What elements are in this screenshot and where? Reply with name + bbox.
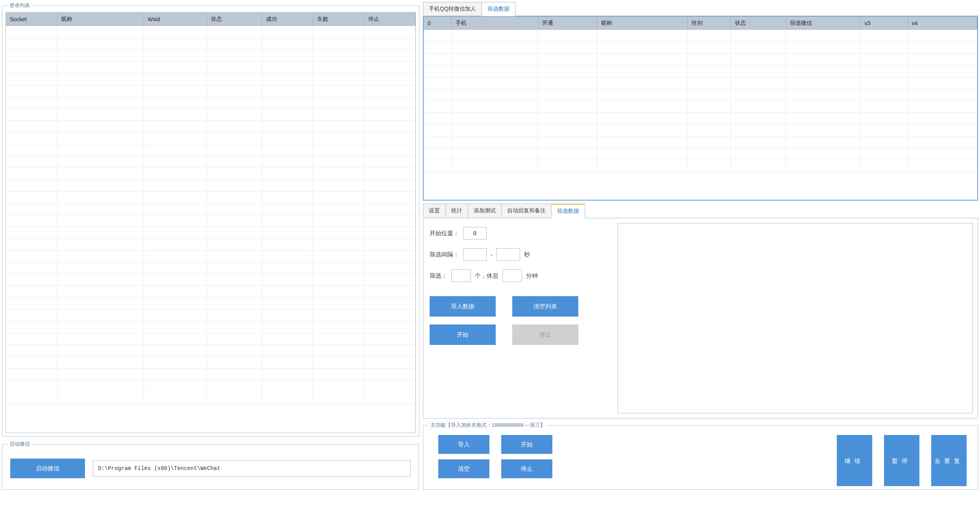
- import-data-button[interactable]: 导入数据: [430, 296, 496, 317]
- launch-wechat-button[interactable]: 启动微信: [10, 459, 85, 478]
- table-row[interactable]: [6, 356, 415, 368]
- table-row[interactable]: [424, 89, 977, 101]
- table-row[interactable]: [6, 156, 415, 168]
- table-row[interactable]: [424, 112, 977, 124]
- col-success[interactable]: 成功: [262, 13, 313, 26]
- login-table-container: Socket 昵称 Wxid 状态 成功 失败 停止: [6, 12, 416, 433]
- start-pos-input[interactable]: [463, 227, 487, 240]
- table-row[interactable]: [6, 203, 415, 215]
- table-row[interactable]: [6, 97, 415, 109]
- data-table[interactable]: 0 手机 开通 昵称 性别 状态 筛选微信 v3 v4: [424, 17, 977, 172]
- login-table[interactable]: Socket 昵称 Wxid 状态 成功 失败 停止: [6, 13, 415, 404]
- main-actions-title: 主功能【导入加姓名格式：18888888888----张三】: [429, 422, 547, 429]
- col-nickname[interactable]: 昵称: [57, 13, 144, 26]
- preview-area: [618, 223, 973, 413]
- col-status[interactable]: 状态: [207, 13, 262, 26]
- table-row[interactable]: [6, 120, 415, 132]
- col-phone[interactable]: 手机: [451, 17, 538, 30]
- col-index[interactable]: 0: [424, 17, 451, 30]
- table-row[interactable]: [424, 160, 977, 171]
- main-pause-button[interactable]: 暂停: [884, 435, 919, 486]
- col-v4[interactable]: v4: [908, 17, 977, 30]
- filter-label: 筛选：: [430, 272, 447, 280]
- count-suffix-label: 个，休息: [475, 272, 498, 280]
- table-row[interactable]: [6, 38, 415, 50]
- tab-stats[interactable]: 统计: [445, 204, 468, 218]
- table-row[interactable]: [6, 368, 415, 380]
- filter-count-input[interactable]: [451, 269, 471, 282]
- start-pos-label: 开始位置：: [430, 230, 459, 237]
- start-filter-button[interactable]: 开始: [430, 324, 496, 345]
- main-stop-button[interactable]: 停止: [501, 459, 552, 478]
- table-row[interactable]: [6, 73, 415, 85]
- launch-wechat-group: 启动微信 启动微信 D:\Program Files (x86)\Tencent…: [2, 440, 419, 490]
- table-row[interactable]: [6, 144, 415, 156]
- rest-minutes-input[interactable]: [502, 269, 522, 282]
- main-start-button[interactable]: 开始: [501, 435, 552, 454]
- tab-auto-reply[interactable]: 自动回复和备注: [501, 204, 552, 218]
- col-wxid[interactable]: Wxid: [144, 13, 207, 26]
- table-row[interactable]: [6, 50, 415, 61]
- col-nick[interactable]: 昵称: [597, 17, 687, 30]
- interval-min-input[interactable]: [463, 248, 487, 261]
- minutes-label: 分钟: [526, 272, 538, 280]
- col-filter-wechat[interactable]: 筛选微信: [786, 17, 860, 30]
- table-row[interactable]: [424, 77, 977, 89]
- table-row[interactable]: [6, 250, 415, 262]
- top-tabs: 手机QQ转微信加人 筛选数据: [423, 2, 978, 16]
- wechat-path-display[interactable]: D:\Program Files (x86)\Tencent\WeChat: [93, 460, 411, 477]
- main-import-button[interactable]: 导入: [438, 435, 489, 454]
- table-row[interactable]: [6, 309, 415, 321]
- table-row[interactable]: [6, 191, 415, 203]
- table-row[interactable]: [6, 215, 415, 227]
- table-row[interactable]: [6, 109, 415, 120]
- table-row[interactable]: [6, 380, 415, 392]
- table-row[interactable]: [424, 65, 977, 77]
- col-open[interactable]: 开通: [538, 17, 597, 30]
- table-row[interactable]: [6, 168, 415, 179]
- col-v3[interactable]: v3: [860, 17, 908, 30]
- table-row[interactable]: [6, 286, 415, 297]
- table-row[interactable]: [6, 392, 415, 404]
- table-row[interactable]: [6, 85, 415, 97]
- dash-label: -: [491, 251, 493, 258]
- col-state[interactable]: 状态: [731, 17, 786, 30]
- main-continue-button[interactable]: 继续: [837, 435, 872, 486]
- col-fail[interactable]: 失败: [313, 13, 364, 26]
- tab-filter-data-top[interactable]: 筛选数据: [482, 2, 515, 16]
- col-socket[interactable]: Socket: [6, 13, 57, 26]
- table-row[interactable]: [424, 136, 977, 148]
- tab-qq-to-wechat[interactable]: 手机QQ转微信加人: [423, 2, 482, 16]
- login-list-title: 登录列表: [8, 2, 31, 9]
- table-row[interactable]: [6, 333, 415, 345]
- table-row[interactable]: [6, 274, 415, 286]
- interval-max-input[interactable]: [496, 248, 520, 261]
- table-row[interactable]: [424, 101, 977, 112]
- main-clear-button[interactable]: 清空: [438, 459, 489, 478]
- table-row[interactable]: [424, 148, 977, 160]
- table-row[interactable]: [6, 227, 415, 238]
- clear-list-button[interactable]: 清空列表: [512, 296, 578, 317]
- table-row[interactable]: [424, 30, 977, 42]
- tab-add-test[interactable]: 添加测试: [468, 204, 502, 218]
- table-row[interactable]: [6, 179, 415, 191]
- table-row[interactable]: [6, 262, 415, 274]
- tab-settings[interactable]: 设置: [423, 204, 446, 218]
- main-dedup-button[interactable]: 去重复: [931, 435, 967, 486]
- table-row[interactable]: [6, 26, 415, 38]
- table-row[interactable]: [6, 297, 415, 309]
- mid-tab-panel: 设置 统计 添加测试 自动回复和备注 筛选数据 开始位置： 筛选间隔： -: [423, 204, 978, 418]
- tab-filter-data-mid[interactable]: 筛选数据: [551, 204, 585, 218]
- table-row[interactable]: [6, 238, 415, 250]
- table-row[interactable]: [6, 321, 415, 333]
- table-row[interactable]: [424, 42, 977, 53]
- top-tab-panel: 手机QQ转微信加人 筛选数据 0 手机 开通 昵称 性: [423, 2, 978, 201]
- launch-wechat-title: 启动微信: [8, 440, 31, 448]
- table-row[interactable]: [6, 345, 415, 356]
- col-gender[interactable]: 性别: [687, 17, 731, 30]
- table-row[interactable]: [6, 61, 415, 73]
- table-row[interactable]: [424, 124, 977, 136]
- table-row[interactable]: [424, 53, 977, 65]
- col-stop[interactable]: 停止: [364, 13, 415, 26]
- table-row[interactable]: [6, 132, 415, 144]
